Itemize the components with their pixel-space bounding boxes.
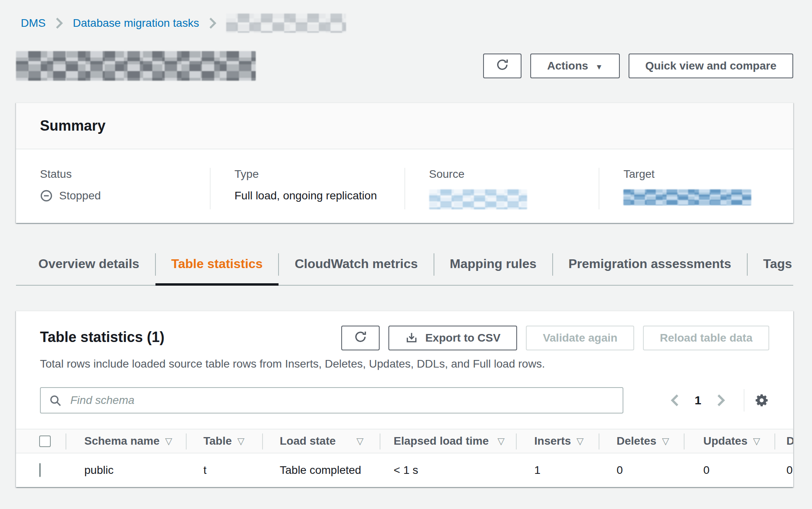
column-label: Deletes: [617, 435, 657, 447]
quick-view-and-compare-button[interactable]: Quick view and compare: [629, 54, 793, 78]
column-header-elapsed-load-time[interactable]: Elapsed load time ▽: [380, 429, 517, 453]
gear-icon: [754, 393, 769, 408]
actions-label: Actions: [547, 60, 588, 72]
header-actions: Actions ▼ Quick view and compare: [483, 54, 793, 78]
row-checkbox-cell: [16, 464, 66, 477]
summary-body: Status Stopped Type Full load, ongoing r…: [16, 149, 793, 223]
page: DMS Database migration tasks Actions ▼ Q…: [16, 0, 793, 487]
breadcrumb-redacted-task-name: [226, 14, 346, 33]
column-label: Load state: [280, 435, 336, 447]
table-statistics-card: Table statistics (1) Export to CSV Valid…: [16, 310, 793, 487]
sort-icon[interactable]: ▽: [237, 436, 245, 447]
breadcrumb-link-tasks[interactable]: Database migration tasks: [73, 17, 199, 30]
type-value: Full load, ongoing replication: [235, 189, 380, 202]
cell-updates: 0: [685, 464, 775, 477]
cell-schema-name: public: [66, 464, 187, 477]
summary-field-source: Source: [404, 168, 599, 209]
table-toolbar: Export to CSV Validate again Reload tabl…: [341, 326, 769, 350]
export-to-csv-label: Export to CSV: [425, 332, 500, 344]
next-page-button[interactable]: [710, 394, 732, 407]
page-title-redacted: [16, 51, 256, 81]
page-header: Actions ▼ Quick view and compare: [16, 51, 793, 81]
breadcrumb: DMS Database migration tasks: [16, 14, 793, 33]
breadcrumb-chevron-icon: [208, 17, 217, 30]
column-label: Elapsed load time: [394, 435, 489, 447]
tab-bar: Overview details Table statistics CloudW…: [16, 248, 793, 286]
actions-dropdown-button[interactable]: Actions ▼: [530, 54, 620, 78]
status-stopped-icon: [40, 189, 53, 202]
column-header-ddls[interactable]: DDLs ▽: [775, 429, 793, 453]
sort-icon[interactable]: ▽: [753, 436, 760, 447]
tab-overview-details[interactable]: Overview details: [16, 248, 155, 285]
table-controls-row: 1: [16, 370, 793, 429]
table-row[interactable]: public t Table completed < 1 s 1 0 0 0: [16, 453, 793, 487]
column-header-schema-name[interactable]: Schema name ▽: [66, 429, 187, 453]
summary-field-type: Type Full load, ongoing replication: [210, 168, 404, 209]
pagination: 1: [664, 389, 769, 412]
summary-field-target: Target: [599, 168, 793, 209]
refresh-icon: [496, 58, 509, 74]
export-to-csv-button[interactable]: Export to CSV: [388, 326, 517, 350]
cell-table: t: [187, 464, 263, 477]
validate-again-button[interactable]: Validate again: [526, 326, 634, 350]
source-label: Source: [429, 168, 575, 181]
table-description: Total rows include loaded source table r…: [16, 350, 793, 370]
pager-divider: [744, 389, 744, 412]
caret-down-icon: ▼: [595, 63, 603, 71]
summary-card-header: Summary: [16, 103, 793, 149]
validate-again-label: Validate again: [543, 332, 617, 344]
cell-ddls: 0: [775, 464, 793, 477]
column-header-updates[interactable]: Updates ▽: [685, 429, 775, 453]
reload-table-data-label: Reload table data: [660, 332, 752, 344]
target-value: [623, 189, 769, 205]
column-label: Inserts: [534, 435, 571, 447]
status-text: Stopped: [59, 189, 101, 202]
status-value: Stopped: [40, 189, 186, 202]
column-header-load-state[interactable]: Load state ▽: [263, 429, 380, 453]
column-label: DDLs: [786, 435, 793, 447]
breadcrumb-chevron-icon: [54, 17, 64, 30]
tab-mapping-rules[interactable]: Mapping rules: [434, 248, 553, 285]
table-refresh-button[interactable]: [341, 326, 380, 350]
table-header-row: Schema name ▽ Table ▽ Load state ▽ Elaps…: [16, 429, 793, 453]
select-all-checkbox[interactable]: [39, 435, 51, 447]
sort-icon[interactable]: ▽: [356, 436, 364, 447]
download-icon: [405, 332, 418, 344]
tab-tags[interactable]: Tags: [747, 248, 808, 285]
sort-icon[interactable]: ▽: [498, 436, 505, 447]
breadcrumb-link-dms[interactable]: DMS: [21, 17, 46, 30]
refresh-icon: [354, 330, 367, 346]
select-all-checkbox-cell: [16, 429, 66, 453]
type-label: Type: [235, 168, 380, 181]
tab-premigration-assessments[interactable]: Premigration assessments: [553, 248, 747, 285]
sort-icon[interactable]: ▽: [662, 436, 669, 447]
refresh-button[interactable]: [483, 54, 521, 78]
column-label: Updates: [703, 435, 747, 447]
table-panel-header: Table statistics (1) Export to CSV Valid…: [16, 311, 793, 350]
column-header-deletes[interactable]: Deletes ▽: [599, 429, 685, 453]
sort-icon[interactable]: ▽: [165, 436, 172, 447]
previous-page-button[interactable]: [664, 394, 686, 407]
quick-view-label: Quick view and compare: [645, 60, 776, 72]
table-statistics-table: Schema name ▽ Table ▽ Load state ▽ Elaps…: [16, 429, 793, 487]
search-box: [40, 387, 623, 414]
page-number[interactable]: 1: [686, 394, 710, 407]
tab-table-statistics[interactable]: Table statistics: [155, 248, 279, 285]
sort-icon[interactable]: ▽: [577, 436, 584, 447]
source-redacted: [429, 189, 527, 209]
search-icon: [49, 394, 62, 409]
summary-card: Summary Status Stopped Type Full load, o…: [16, 102, 793, 223]
column-header-table[interactable]: Table ▽: [187, 429, 263, 453]
column-label: Schema name: [84, 435, 159, 447]
column-header-inserts[interactable]: Inserts ▽: [517, 429, 599, 453]
settings-gear-button[interactable]: [754, 393, 769, 408]
row-checkbox[interactable]: [39, 463, 41, 477]
target-redacted: [623, 189, 751, 205]
summary-field-status: Status Stopped: [16, 168, 210, 209]
reload-table-data-button[interactable]: Reload table data: [643, 326, 769, 350]
find-schema-input[interactable]: [40, 387, 623, 414]
cell-elapsed-load-time: < 1 s: [380, 464, 517, 477]
cell-load-state: Table completed: [263, 464, 380, 477]
source-value: [429, 189, 575, 209]
tab-cloudwatch-metrics[interactable]: CloudWatch metrics: [279, 248, 434, 285]
